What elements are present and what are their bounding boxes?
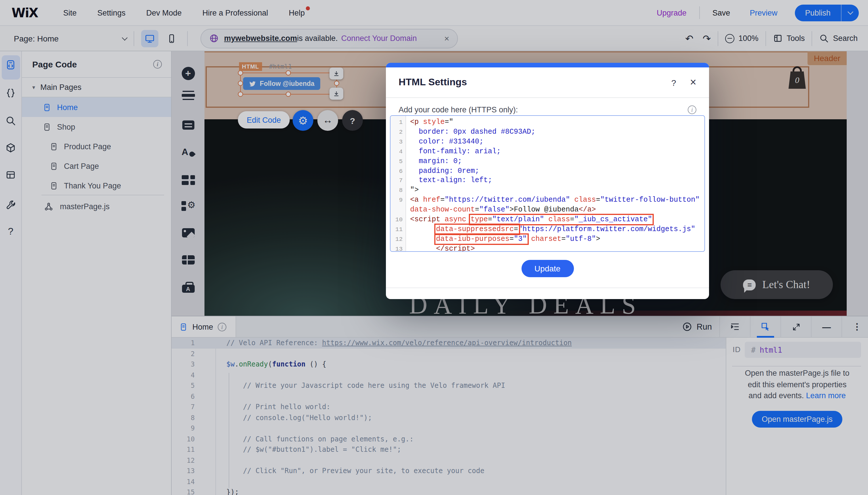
code-line[interactable]: 4 font-family: arial; bbox=[390, 147, 705, 156]
code-line[interactable]: 12 bbox=[172, 455, 726, 466]
undo-button[interactable]: ↶ bbox=[685, 33, 693, 44]
code-line[interactable]: 2 border: 0px dashed #8C93AD; bbox=[390, 127, 705, 137]
code-line[interactable]: 6 bbox=[172, 391, 726, 402]
selection-handle[interactable] bbox=[286, 92, 291, 97]
code-line[interactable]: 8 // console.log("Hello world!"); bbox=[172, 412, 726, 423]
expand-panel-button[interactable] bbox=[789, 317, 803, 337]
cart-widget[interactable]: 0 bbox=[789, 66, 806, 89]
open-masterpage-button[interactable]: Open masterPage.js bbox=[752, 411, 843, 428]
selection-handle[interactable] bbox=[334, 81, 339, 86]
plugins-icon[interactable] bbox=[181, 201, 195, 211]
zoom-control[interactable]: 100% bbox=[725, 34, 758, 43]
sidebar-item-shop[interactable]: Shop bbox=[22, 117, 171, 137]
sidebar-item-cart-page[interactable]: Cart Page bbox=[22, 156, 171, 176]
pagecode-icon[interactable] bbox=[4, 57, 18, 71]
code-line[interactable]: data-show-count="false">Follow @iubenda<… bbox=[390, 205, 705, 215]
code-line[interactable]: 11 data-suppressedsrc="https://platform.… bbox=[390, 225, 705, 235]
format-code-button[interactable] bbox=[727, 317, 742, 337]
stretch-button[interactable]: ↔ bbox=[317, 110, 338, 131]
gridtable-icon[interactable] bbox=[182, 255, 194, 264]
mobile-view-button[interactable] bbox=[163, 30, 180, 47]
connect-domain-link[interactable]: Connect Your Domain bbox=[341, 34, 417, 42]
wrench-icon[interactable] bbox=[4, 198, 18, 212]
settings-gear-button[interactable]: ⚙ bbox=[293, 110, 313, 131]
header-zone-label[interactable]: Header bbox=[808, 51, 847, 65]
tab-home[interactable]: Home i bbox=[172, 317, 236, 337]
learn-more-link[interactable]: Learn more bbox=[806, 391, 846, 400]
code-line[interactable]: 13 </script> bbox=[390, 244, 705, 252]
tools-button[interactable]: Tools bbox=[773, 33, 805, 43]
zoom-out-icon[interactable] bbox=[725, 34, 734, 43]
page-selector[interactable]: Page: Home bbox=[14, 34, 127, 43]
textdrop-icon[interactable]: A bbox=[181, 148, 194, 157]
velo-code-editor[interactable]: 1// Velo API Reference: https://www.wix.… bbox=[172, 338, 726, 495]
code-line[interactable]: 8"> bbox=[390, 186, 705, 195]
save-button[interactable]: Save bbox=[712, 8, 730, 17]
code-line[interactable]: 9 bbox=[172, 423, 726, 433]
help-bubble-button[interactable]: ? bbox=[342, 110, 363, 131]
code-line[interactable]: 3 color: #313440; bbox=[390, 137, 705, 147]
search-icon[interactable] bbox=[4, 114, 18, 127]
info-icon[interactable]: i bbox=[153, 60, 162, 69]
publish-button[interactable]: Publish bbox=[795, 4, 859, 21]
tableicon-icon[interactable] bbox=[4, 168, 18, 182]
code-line[interactable]: 10 // Call functions on page elements, e… bbox=[172, 433, 726, 444]
grid4-icon[interactable] bbox=[181, 175, 195, 185]
close-icon[interactable]: × bbox=[444, 33, 449, 43]
section-main-pages[interactable]: ▾ Main Pages bbox=[22, 77, 171, 97]
add-icon[interactable]: + bbox=[181, 67, 195, 80]
sidebar-item-thank-you-page[interactable]: Thank You Page bbox=[22, 176, 171, 195]
code-line[interactable]: 15}); bbox=[172, 487, 726, 495]
info-icon[interactable]: i bbox=[688, 105, 696, 114]
strip-icon[interactable] bbox=[181, 94, 195, 97]
info-icon[interactable]: i bbox=[218, 322, 226, 331]
help-icon[interactable]: ? bbox=[671, 78, 676, 87]
desktop-view-button[interactable] bbox=[141, 30, 158, 47]
menu-item-site[interactable]: Site bbox=[63, 8, 77, 17]
code-line[interactable]: 1<p style=" bbox=[390, 118, 705, 127]
dock-bottom-button[interactable] bbox=[330, 88, 343, 100]
wix-logo[interactable]: WiX bbox=[12, 5, 38, 20]
sidebar-item-home[interactable]: Home bbox=[22, 97, 171, 117]
menu-item-dev-mode[interactable]: Dev Mode bbox=[146, 8, 182, 17]
code-line[interactable]: 4 bbox=[172, 370, 726, 380]
upgrade-link[interactable]: Upgrade bbox=[657, 8, 687, 17]
cube-icon[interactable] bbox=[4, 141, 18, 154]
sidebar-item-masterpage[interactable]: masterPage.js bbox=[22, 197, 171, 216]
dock-top-button[interactable] bbox=[330, 67, 343, 80]
sidebar-item-product-page[interactable]: Product Page bbox=[22, 137, 171, 156]
card-icon[interactable] bbox=[182, 120, 194, 130]
code-line[interactable]: 10<script async type="text/plain" class=… bbox=[390, 215, 705, 225]
edit-code-button[interactable]: Edit Code bbox=[238, 111, 290, 129]
domain-bar[interactable]: mywebwebsite.com is available. Connect Y… bbox=[200, 29, 458, 48]
code-line[interactable]: 12 data-iub-purposes="3" charset="utf-8"… bbox=[390, 235, 705, 244]
redo-button[interactable]: ↷ bbox=[703, 33, 711, 44]
more-options-button[interactable]: ⋮ bbox=[850, 317, 865, 337]
menu-item-settings[interactable]: Settings bbox=[98, 8, 126, 17]
element-id-field[interactable]: # html1 bbox=[745, 342, 861, 358]
select-element-tool[interactable] bbox=[758, 317, 773, 337]
run-button[interactable]: Run bbox=[682, 322, 712, 332]
code-line[interactable]: 14 bbox=[172, 476, 726, 487]
menu-item-help[interactable]: Help bbox=[289, 8, 305, 17]
search-button[interactable]: Search bbox=[819, 33, 857, 43]
code-line[interactable]: 2 bbox=[172, 348, 726, 359]
code-line[interactable]: 13 // Click "Run", or Preview your site,… bbox=[172, 466, 726, 476]
selection-box[interactable] bbox=[240, 73, 337, 95]
minimize-panel-button[interactable]: — bbox=[819, 317, 834, 337]
selection-handle[interactable] bbox=[238, 81, 243, 86]
preview-button[interactable]: Preview bbox=[750, 8, 777, 17]
code-line[interactable]: 5 margin: 0; bbox=[390, 156, 705, 166]
selection-handle[interactable] bbox=[238, 70, 243, 75]
code-line[interactable]: 7 // Print hello world: bbox=[172, 402, 726, 412]
close-icon[interactable]: × bbox=[690, 79, 696, 86]
html-code-editor[interactable]: 1<p style="2 border: 0px dashed #8C93AD;… bbox=[390, 115, 705, 252]
update-button[interactable]: Update bbox=[521, 260, 574, 277]
selection-handle[interactable] bbox=[286, 70, 291, 75]
code-line[interactable]: 3$w.onReady(function () { bbox=[172, 359, 726, 370]
menu-item-hire-a-professional[interactable]: Hire a Professional bbox=[202, 8, 268, 17]
lets-chat-button[interactable]: = Let's Chat! bbox=[721, 270, 833, 299]
code-line[interactable]: 7 text-align: left; bbox=[390, 176, 705, 186]
code-line[interactable]: 11 // $w("#button1").label = "Click me!"… bbox=[172, 444, 726, 455]
question-icon[interactable]: ? bbox=[4, 225, 18, 239]
